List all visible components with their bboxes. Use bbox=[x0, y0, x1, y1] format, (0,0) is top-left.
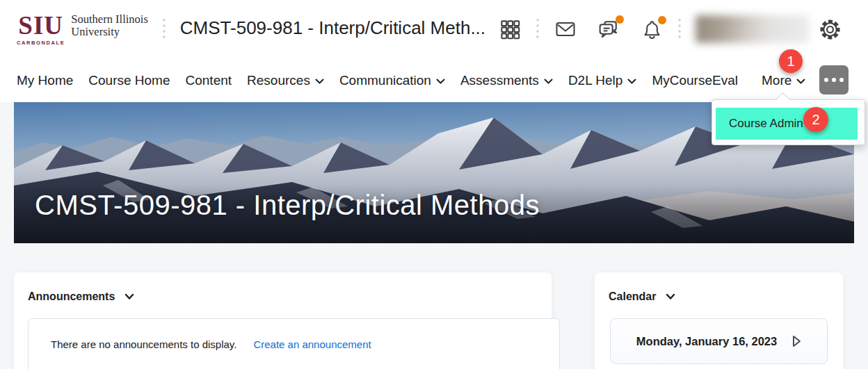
more-dropdown-menu: Course Admin bbox=[712, 99, 865, 145]
alerts-notification-dot bbox=[658, 16, 666, 24]
chevron-down-icon bbox=[124, 293, 134, 300]
announcements-header[interactable]: Announcements bbox=[14, 272, 552, 303]
chat-icon[interactable] bbox=[597, 17, 621, 42]
email-icon[interactable] bbox=[554, 17, 577, 41]
bell-icon[interactable] bbox=[641, 18, 664, 41]
next-day-arrow-icon[interactable] bbox=[792, 335, 801, 347]
d2l-course-homepage: SIU CARBONDALE Southern Illinois Univers… bbox=[0, 0, 868, 369]
vertical-dotted-divider bbox=[163, 17, 166, 41]
chevron-down-icon bbox=[436, 79, 445, 85]
chevron-down-icon bbox=[666, 293, 675, 300]
nav-item-d2l-help[interactable]: D2L Help bbox=[568, 73, 637, 88]
nav-item-assessments[interactable]: Assessments bbox=[460, 73, 553, 88]
user-name-blurred[interactable] bbox=[696, 15, 809, 43]
calendar-title: Calendar bbox=[609, 290, 656, 303]
chat-notification-dot bbox=[616, 15, 624, 24]
nav-item-communication[interactable]: Communication bbox=[339, 73, 445, 88]
announcements-empty-text: There are no announcements to display. bbox=[51, 338, 236, 350]
course-title-truncated: CMST-509-981 - Interp/Critical Meth... bbox=[180, 17, 485, 39]
siu-acronym: SIU bbox=[18, 13, 63, 38]
apps-grid-icon[interactable] bbox=[499, 18, 522, 41]
chevron-down-icon bbox=[627, 79, 636, 85]
nav-item-resources[interactable]: Resources bbox=[247, 73, 324, 88]
tutorial-step-1-badge: 1 bbox=[779, 49, 803, 73]
calendar-header[interactable]: Calendar bbox=[595, 272, 843, 303]
siu-logo-mark: SIU CARBONDALE bbox=[17, 13, 65, 46]
announcements-title: Announcements bbox=[28, 290, 115, 303]
chevron-down-icon bbox=[544, 79, 553, 85]
calendar-date-panel: Monday, January 16, 2023 bbox=[610, 318, 828, 364]
banner-course-title: CMST-509-981 - Interp/Critical Methods bbox=[35, 190, 540, 221]
create-announcement-link[interactable]: Create an announcement bbox=[253, 338, 371, 350]
vertical-dotted-divider bbox=[536, 17, 539, 41]
announcements-empty-panel: There are no announcements to display. C… bbox=[28, 318, 560, 369]
nav-item-course-home[interactable]: Course Home bbox=[88, 73, 170, 88]
calendar-widget: Calendar Monday, January 16, 2023 bbox=[595, 272, 843, 369]
menu-item-course-admin[interactable]: Course Admin bbox=[716, 108, 858, 140]
top-bar: SIU CARBONDALE Southern Illinois Univers… bbox=[0, 0, 868, 59]
siu-logo[interactable]: SIU CARBONDALE Southern Illinois Univers… bbox=[17, 13, 148, 46]
siu-campus-label: CARBONDALE bbox=[17, 40, 65, 46]
nav-item-mycourseeval[interactable]: MyCourseEval bbox=[652, 73, 738, 88]
siu-university-name: Southern Illinois University bbox=[71, 13, 147, 39]
tutorial-step-2-badge: 2 bbox=[803, 107, 828, 132]
navbar-overflow-button[interactable] bbox=[819, 65, 849, 95]
vertical-dotted-divider bbox=[678, 17, 681, 41]
settings-gear-icon[interactable] bbox=[819, 18, 842, 41]
announcements-widget: Announcements There are no announcements… bbox=[14, 272, 552, 369]
chevron-down-icon bbox=[796, 79, 805, 85]
chevron-down-icon bbox=[315, 79, 324, 85]
calendar-date-label: Monday, January 16, 2023 bbox=[636, 335, 777, 348]
course-navbar: My Home Course Home Content Resources Co… bbox=[0, 58, 868, 102]
ellipsis-icon bbox=[824, 78, 844, 82]
navbar-items: My Home Course Home Content Resources Co… bbox=[17, 58, 738, 102]
nav-item-my-home[interactable]: My Home bbox=[17, 73, 73, 88]
nav-item-content[interactable]: Content bbox=[186, 73, 232, 88]
